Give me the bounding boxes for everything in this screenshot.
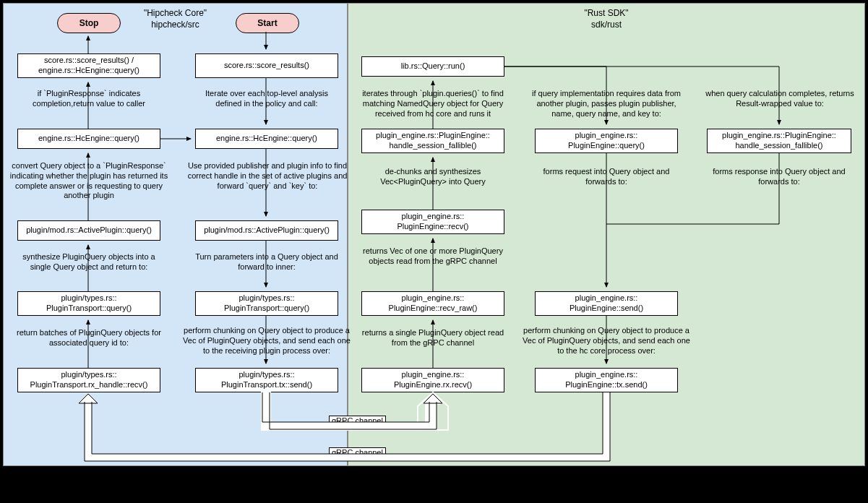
sdk3-l2: forms response into Query object and for… bbox=[707, 167, 851, 187]
hc1-l1: if `PluginResponse` indicates completion… bbox=[16, 89, 162, 109]
hc2-n2: engine.rs::HcEngine::query() bbox=[195, 129, 338, 149]
hipcheck-title-2: hipcheck/src bbox=[151, 20, 199, 30]
hipcheck-title-1: "Hipcheck Core" bbox=[144, 8, 207, 18]
hc1-l2: convert Query object to a `PluginRespons… bbox=[9, 161, 169, 201]
hc1-n4: plugin/types.rs::PluginTransport::query(… bbox=[17, 291, 160, 316]
hc2-l2: Use provided publisher and plugin info t… bbox=[182, 161, 353, 191]
sdk1-n3: plugin_engine.rs::PluginEngine::recv_raw… bbox=[361, 291, 504, 316]
rustsdk-title-2: sdk/rust bbox=[591, 20, 622, 30]
grpc-label-top: gRPC channel bbox=[329, 416, 386, 426]
rustsdk-title: "Rust SDK" sdk/rust bbox=[348, 8, 864, 30]
sdk1-n4: plugin_engine.rs::PluginEngine.rx.recv() bbox=[361, 368, 504, 392]
sdk2-n1: plugin_engine.rs::PluginEngine::query() bbox=[535, 129, 678, 153]
hc2-l3: Turn parameters into a Query object and … bbox=[194, 252, 340, 272]
hc2-l4: perform chunking on Query object to prod… bbox=[179, 326, 354, 356]
hc1-n5: plugin/types.rs::PluginTransport.rx_hand… bbox=[17, 368, 160, 392]
stop-capsule: Stop bbox=[57, 13, 121, 33]
sdk1-n2: plugin_engine.rs::PluginEngine::recv() bbox=[361, 210, 504, 234]
sdk3-l1: when query calculation completes, return… bbox=[701, 89, 859, 109]
sdk3-n1: plugin_engine.rs::PluginEngine::handle_s… bbox=[707, 129, 851, 153]
sdk2-l2: forms request into Query object and forw… bbox=[535, 167, 678, 187]
start-capsule: Start bbox=[236, 13, 299, 33]
sdk1-l1: iterates through `plugin.queries()` to f… bbox=[354, 89, 512, 119]
sdk2-l3: perform chunking on Query object to prod… bbox=[520, 326, 692, 356]
hc1-n2: engine.rs::HcEngine::query() bbox=[17, 129, 160, 149]
hc1-l4: return batches of PluginQuery objects fo… bbox=[16, 328, 162, 348]
sdk2-l1: if query implementation requires data fr… bbox=[528, 89, 685, 119]
sdk1-l3: returns Vec of one or more PluginQuery o… bbox=[360, 246, 506, 267]
hc2-l1: Iterate over each top-level analysis def… bbox=[194, 89, 340, 109]
hc2-n4: plugin/types.rs::PluginTransport::query(… bbox=[195, 291, 338, 316]
rustsdk-title-1: "Rust SDK" bbox=[584, 8, 628, 18]
sdk2-n4: plugin_engine.rs::PluginEngine::tx.send(… bbox=[535, 368, 678, 392]
hc1-l3: synthesize PluginQuery objects into a si… bbox=[16, 252, 162, 272]
hc1-n3: plugin/mod.rs::ActivePlugin::query() bbox=[17, 220, 160, 241]
grpc-label-bottom: gRPC channel bbox=[329, 447, 386, 457]
hc2-n5: plugin/types.rs::PluginTransport.tx::sen… bbox=[195, 368, 338, 392]
sdk1-n1: plugin_engine.rs::PluginEngine::handle_s… bbox=[361, 129, 504, 153]
sdk1-l2: de-chunks and synthesizes Vec<PluginQuer… bbox=[361, 167, 504, 187]
hc2-n1: score.rs::score_results() bbox=[195, 53, 338, 78]
hc1-n1: score.rs::score_results() /engine.rs::Hc… bbox=[17, 53, 160, 78]
sdk1-l4: returns a single PluginQuery object read… bbox=[360, 328, 506, 348]
sdk2-n3send: plugin_engine.rs::PluginEngine::send() bbox=[535, 291, 678, 316]
hc2-n3: plugin/mod.rs::ActivePlugin::query() bbox=[195, 220, 338, 241]
sdk-top: lib.rs::Query::run() bbox=[361, 56, 504, 77]
